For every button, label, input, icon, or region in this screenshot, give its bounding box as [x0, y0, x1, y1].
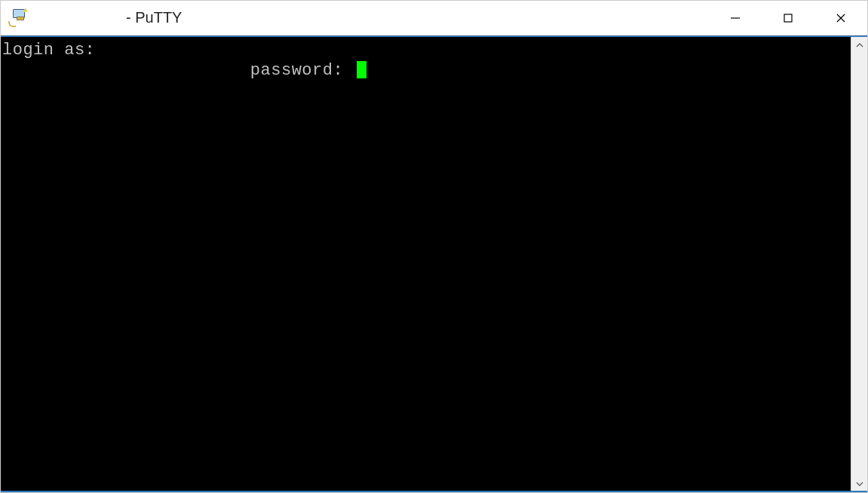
- terminal-cursor: [357, 61, 367, 78]
- maximize-button[interactable]: [762, 1, 814, 35]
- client-area: login as: password:: [1, 35, 867, 492]
- scroll-down-button[interactable]: [851, 476, 867, 492]
- terminal-line-1: login as:: [2, 40, 851, 60]
- chevron-up-icon: [856, 43, 863, 47]
- terminal-line-2-padding: [2, 61, 250, 80]
- window-title: - PuTTY: [126, 9, 182, 26]
- password-prompt: password:: [250, 61, 354, 80]
- scroll-track[interactable]: [851, 54, 867, 476]
- putty-window: - PuTTY login as: password:: [0, 0, 868, 493]
- maximize-icon: [783, 13, 793, 23]
- putty-icon: [8, 8, 29, 29]
- terminal-line-2: password:: [2, 60, 851, 81]
- minimize-icon: [730, 13, 741, 23]
- chevron-down-icon: [856, 482, 863, 486]
- titlebar[interactable]: - PuTTY: [1, 1, 867, 35]
- minimize-button[interactable]: [709, 1, 762, 35]
- window-controls: [709, 1, 867, 35]
- terminal[interactable]: login as: password:: [1, 37, 851, 492]
- bottom-accent-bar: [1, 491, 867, 492]
- close-button[interactable]: [814, 1, 867, 35]
- scroll-up-button[interactable]: [851, 37, 867, 54]
- svg-rect-1: [784, 14, 792, 22]
- vertical-scrollbar[interactable]: [851, 37, 867, 492]
- close-icon: [836, 13, 846, 23]
